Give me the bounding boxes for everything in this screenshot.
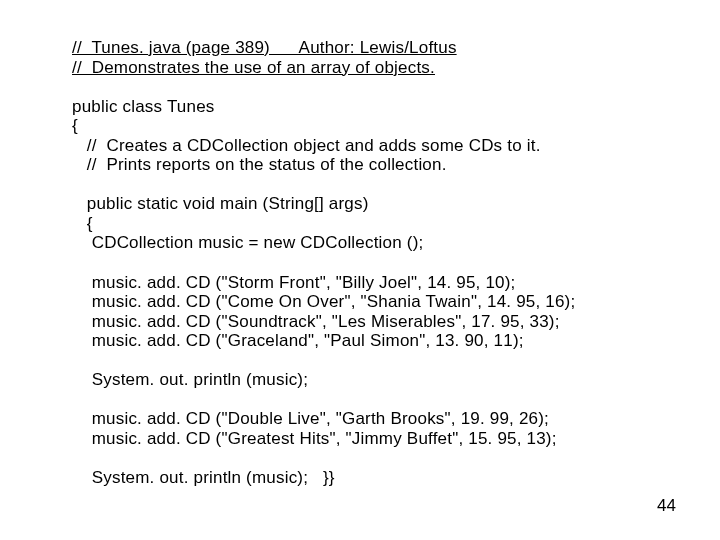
code-line-9: CDCollection music = new CDCollection ()… <box>72 233 423 252</box>
code-line-11: music. add. CD ("Come On Over", "Shania … <box>72 292 575 311</box>
code-line-10: music. add. CD ("Storm Front", "Billy Jo… <box>72 273 516 292</box>
code-line-5: // Creates a CDCollection object and add… <box>72 136 541 155</box>
code-line-2: // Demonstrates the use of an array of o… <box>72 58 435 77</box>
code-line-13: music. add. CD ("Graceland", "Paul Simon… <box>72 331 524 350</box>
code-line-7: public static void main (String[] args) <box>72 194 369 213</box>
code-line-12: music. add. CD ("Soundtrack", "Les Miser… <box>72 312 560 331</box>
code-line-6: // Prints reports on the status of the c… <box>72 155 447 174</box>
code-line-14: System. out. println (music); <box>72 370 308 389</box>
code-line-17: System. out. println (music); }} <box>72 468 335 487</box>
code-line-4: { <box>72 116 78 135</box>
code-line-1: // Tunes. java (page 389) Author: Lewis/… <box>72 38 457 57</box>
code-line-8: { <box>72 214 93 233</box>
code-listing: // Tunes. java (page 389) Author: Lewis/… <box>72 38 575 488</box>
code-line-15: music. add. CD ("Double Live", "Garth Br… <box>72 409 549 428</box>
slide: // Tunes. java (page 389) Author: Lewis/… <box>0 0 720 540</box>
code-line-3: public class Tunes <box>72 97 215 116</box>
code-line-16: music. add. CD ("Greatest Hits", "Jimmy … <box>72 429 557 448</box>
page-number: 44 <box>657 496 676 516</box>
